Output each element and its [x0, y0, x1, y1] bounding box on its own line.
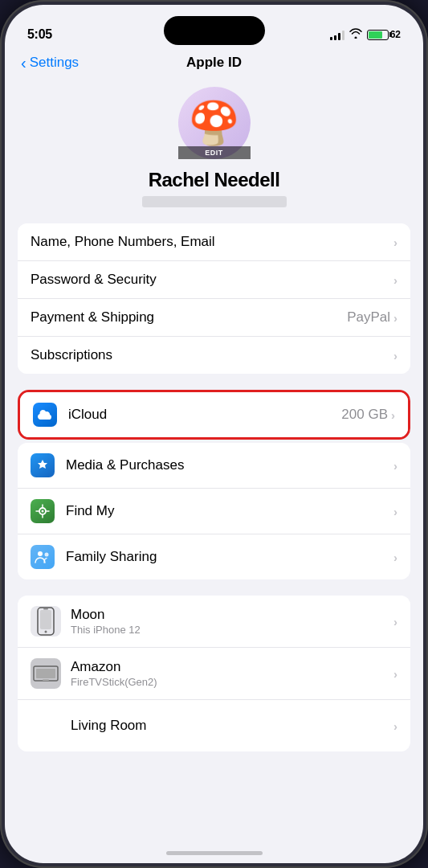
profile-section: 🍄 EDIT Rachel Needell — [5, 79, 423, 223]
avatar-container[interactable]: 🍄 EDIT — [178, 87, 251, 159]
chevron-right-icon: › — [393, 311, 397, 325]
find-my-label: Find My — [66, 503, 114, 518]
battery-percent: 62 — [390, 29, 401, 40]
chevron-right-icon: › — [393, 505, 397, 518]
living-room-right: › — [393, 719, 397, 733]
amazon-device-row[interactable]: Amazon FireTVStick(Gen2) › — [18, 648, 410, 700]
icloud-right: 200 GB › — [341, 407, 395, 423]
amazon-device-content: Amazon FireTVStick(Gen2) — [71, 659, 393, 688]
signal-bars-icon — [330, 29, 344, 40]
password-security-right: › — [393, 273, 397, 287]
moon-device-sublabel: This iPhone 12 — [71, 624, 393, 636]
icloud-label: iCloud — [68, 407, 107, 422]
signal-bar-1 — [330, 37, 332, 40]
moon-device-right: › — [393, 615, 397, 628]
avatar-emoji: 🍄 — [188, 102, 240, 144]
wifi-icon — [349, 28, 362, 41]
living-room-content: Living Room — [71, 718, 393, 734]
subscriptions-content: Subscriptions — [31, 347, 393, 363]
chevron-right-icon: › — [393, 667, 397, 681]
back-button[interactable]: ‹ Settings — [21, 55, 79, 71]
findmy-icon — [31, 499, 55, 523]
subscriptions-row[interactable]: Subscriptions › — [18, 337, 410, 374]
status-time: 5:05 — [27, 27, 52, 42]
status-icons: 62 — [330, 28, 401, 41]
living-room-device-icon — [31, 710, 61, 741]
payment-value: PayPal — [347, 309, 390, 326]
svg-point-1 — [42, 510, 44, 513]
payment-shipping-label: Payment & Shipping — [31, 309, 154, 325]
signal-bar-4 — [342, 31, 344, 40]
moon-device-row[interactable]: Moon This iPhone 12 › — [18, 596, 410, 648]
scroll-content: 🍄 EDIT Rachel Needell Name, Phone Number… — [5, 79, 423, 849]
phone-frame: 5:05 — [0, 0, 428, 868]
appstore-icon — [31, 453, 55, 477]
family-sharing-row[interactable]: Family Sharing › — [18, 534, 410, 579]
chevron-right-icon: › — [393, 273, 397, 287]
chevron-right-icon: › — [393, 615, 397, 628]
chevron-right-icon: › — [393, 349, 397, 362]
media-purchases-content: Media & Purchases — [66, 457, 393, 473]
payment-shipping-row[interactable]: Payment & Shipping PayPal › — [18, 299, 410, 337]
find-my-right: › — [393, 505, 397, 518]
name-phone-email-content: Name, Phone Numbers, Email — [31, 234, 393, 250]
settings-group-2: Media & Purchases › — [18, 443, 410, 579]
amazon-device-right: › — [393, 667, 397, 681]
edit-badge: EDIT — [178, 146, 251, 159]
chevron-right-icon: › — [393, 719, 397, 733]
password-security-content: Password & Security — [31, 272, 393, 288]
icloud-row[interactable]: iCloud 200 GB › — [20, 392, 408, 437]
svg-point-7 — [45, 553, 49, 557]
living-room-device-row[interactable]: Living Room › — [18, 700, 410, 751]
icloud-content: iCloud — [68, 407, 341, 423]
media-purchases-right: › — [393, 459, 397, 473]
signal-bar-3 — [338, 33, 340, 40]
living-room-label: Living Room — [71, 718, 147, 733]
payment-shipping-content: Payment & Shipping — [31, 309, 347, 326]
name-phone-email-right: › — [393, 235, 397, 249]
icloud-row-wrapper: iCloud 200 GB › — [18, 390, 410, 440]
home-indicator — [166, 851, 263, 855]
password-security-label: Password & Security — [31, 272, 157, 287]
moon-device-content: Moon This iPhone 12 — [71, 607, 393, 636]
family-sharing-right: › — [393, 551, 397, 564]
payment-shipping-right: PayPal › — [347, 309, 397, 326]
find-my-row[interactable]: Find My › — [18, 489, 410, 534]
chevron-right-icon: › — [393, 459, 397, 473]
nav-title: Apple ID — [186, 55, 242, 71]
settings-group-1: Name, Phone Numbers, Email › Password & … — [18, 223, 410, 374]
media-purchases-row[interactable]: Media & Purchases › — [18, 443, 410, 489]
chevron-right-icon: › — [393, 235, 397, 249]
svg-point-6 — [38, 551, 43, 556]
moon-device-icon — [31, 606, 61, 637]
battery-icon: 62 — [367, 29, 401, 40]
svg-rect-9 — [40, 610, 51, 629]
profile-email-blur — [142, 196, 287, 207]
nav-bar: ‹ Settings Apple ID — [5, 51, 423, 79]
subscriptions-label: Subscriptions — [31, 347, 112, 362]
phone-screen: 5:05 — [5, 5, 423, 863]
back-chevron-icon: ‹ — [21, 55, 26, 71]
family-sharing-label: Family Sharing — [66, 549, 157, 564]
dynamic-island — [164, 16, 265, 45]
amazon-device-icon — [31, 658, 61, 689]
name-phone-email-label: Name, Phone Numbers, Email — [31, 234, 215, 249]
back-label: Settings — [30, 55, 79, 71]
subscriptions-right: › — [393, 349, 397, 362]
svg-rect-14 — [43, 679, 49, 681]
moon-device-label: Moon — [71, 607, 105, 622]
family-sharing-icon — [31, 545, 55, 569]
family-sharing-content: Family Sharing — [66, 549, 393, 565]
password-security-row[interactable]: Password & Security › — [18, 261, 410, 299]
chevron-right-icon: › — [391, 408, 395, 422]
name-phone-email-row[interactable]: Name, Phone Numbers, Email › — [18, 223, 410, 261]
media-purchases-label: Media & Purchases — [66, 457, 184, 473]
icloud-icon — [33, 403, 57, 427]
svg-point-10 — [45, 631, 47, 633]
amazon-device-sublabel: FireTVStick(Gen2) — [71, 676, 393, 688]
amazon-device-label: Amazon — [71, 659, 120, 674]
signal-bar-2 — [334, 35, 336, 40]
find-my-content: Find My — [66, 503, 393, 519]
svg-rect-13 — [36, 669, 55, 678]
devices-group: Moon This iPhone 12 › — [18, 596, 410, 751]
